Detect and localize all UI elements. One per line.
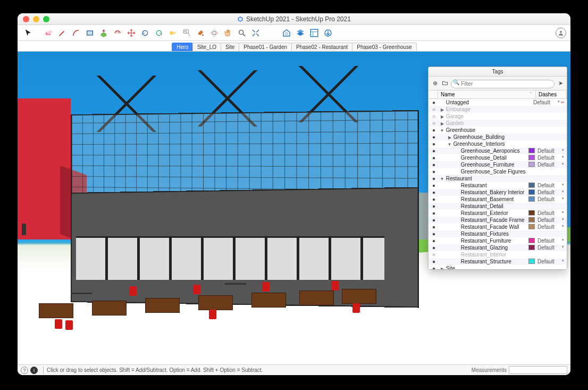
scene-tab-hero[interactable]: Hero	[172, 43, 193, 51]
tag-row[interactable]: ● Greenhouse_DetailDefault▾	[429, 154, 567, 161]
chevron-icon[interactable]: ▼	[440, 177, 444, 181]
chevron-icon[interactable]: ▶	[440, 121, 444, 126]
color-swatch[interactable]	[528, 155, 535, 160]
tag-row[interactable]: ○▶ Garage	[429, 113, 567, 120]
dashes-cell[interactable]: Default▾	[536, 148, 565, 154]
dashes-cell[interactable]: Default▾	[536, 238, 565, 244]
tag-row[interactable]: ○▶ Garden	[429, 120, 567, 127]
scene-tab-phase03-greenhouse[interactable]: Phase03 - Greenhouse	[352, 43, 416, 51]
chevron-icon[interactable]: ▶	[440, 267, 444, 269]
dashes-cell[interactable]: Default▾	[536, 210, 565, 216]
scene-tab-phase01-garden[interactable]: Phase01 - Garden	[239, 43, 292, 51]
offset-tool[interactable]	[111, 27, 124, 39]
visibility-toggle[interactable]: ●	[430, 259, 438, 264]
scene-tab-phase02-restaurant[interactable]: Phase02 - Restaurant	[291, 43, 352, 51]
color-swatch[interactable]	[528, 217, 535, 222]
pencil-tool[interactable]	[56, 27, 69, 39]
tag-row[interactable]: ● Greenhouse_Scale Figures	[429, 168, 567, 175]
orbit-tool[interactable]	[208, 27, 221, 39]
warehouse-icon[interactable]	[280, 27, 293, 39]
visibility-toggle[interactable]: ●	[430, 210, 438, 216]
color-swatch[interactable]	[528, 224, 535, 229]
dashes-cell[interactable]: Default▾	[536, 155, 565, 161]
color-swatch[interactable]	[528, 210, 535, 215]
tag-row[interactable]: ● Restaurant_StructureDefault▾	[429, 258, 567, 265]
tag-row[interactable]: ● RestaurantDefault▾	[429, 182, 567, 189]
visibility-toggle[interactable]: ●	[430, 224, 438, 230]
tag-row[interactable]: ● Restaurant_FurnitureDefault▾	[429, 237, 567, 244]
visibility-toggle[interactable]: ●	[430, 182, 438, 188]
visibility-toggle[interactable]: ●	[430, 169, 438, 175]
tag-row[interactable]: ● Restaurant_Fixtures	[429, 230, 567, 237]
tag-row[interactable]: ● Greenhouse_FurnitureDefault▾	[429, 161, 567, 168]
paint-bucket-tool[interactable]	[194, 27, 207, 39]
color-swatch[interactable]	[528, 245, 535, 250]
visibility-toggle[interactable]: ○	[430, 252, 438, 258]
text-tool[interactable]: A1	[180, 27, 193, 39]
rectangle-tool[interactable]	[83, 27, 96, 39]
scale-tool[interactable]	[153, 27, 165, 39]
zoom-tool[interactable]	[236, 27, 248, 39]
maximize-icon[interactable]	[43, 16, 49, 22]
scene-tab-site-lo[interactable]: Site_LO	[192, 43, 221, 51]
color-swatch[interactable]	[528, 189, 535, 195]
visibility-toggle[interactable]: ○	[430, 113, 438, 119]
dashes-cell[interactable]: Default▾	[536, 224, 565, 230]
tag-row[interactable]: ●▼ Greenhouse_Interiors	[429, 140, 567, 147]
chevron-icon[interactable]: ▼	[447, 142, 452, 147]
move-tool[interactable]	[125, 27, 138, 39]
info-icon[interactable]: i	[30, 367, 38, 374]
visibility-toggle[interactable]: ○	[430, 120, 438, 126]
visibility-toggle[interactable]: ●	[430, 217, 438, 223]
layout-icon[interactable]	[308, 27, 321, 39]
visibility-toggle[interactable]: ●	[430, 162, 438, 168]
dashes-cell[interactable]: Default▾	[536, 196, 565, 202]
tag-row[interactable]: ● Restaurant_ExteriorDefault▾	[429, 210, 567, 217]
tag-row[interactable]: ●▼ Greenhouse	[429, 127, 567, 134]
visibility-toggle[interactable]: ○	[430, 106, 438, 112]
tag-row[interactable]: ● Restaurant_BasementDefault▾	[429, 196, 567, 203]
visibility-toggle[interactable]: ●	[430, 148, 438, 154]
visibility-toggle[interactable]: ●	[430, 127, 438, 133]
push-pull-tool[interactable]	[97, 27, 110, 39]
color-swatch[interactable]	[528, 162, 535, 167]
chevron-icon[interactable]: ▼	[440, 128, 444, 133]
eraser-tool[interactable]	[42, 27, 55, 39]
color-swatch[interactable]	[528, 148, 535, 153]
color-swatch[interactable]	[528, 238, 535, 243]
tag-row[interactable]: ● Restaurant_Facade WallDefault▾	[429, 223, 567, 230]
color-swatch[interactable]	[528, 259, 535, 264]
visibility-toggle[interactable]: ●	[430, 265, 438, 269]
measurements-field[interactable]	[509, 366, 567, 374]
filter-input[interactable]	[451, 80, 555, 88]
pan-tool[interactable]	[222, 27, 234, 39]
tag-row[interactable]: ●▶ Greenhouse_Building	[429, 134, 567, 140]
tag-row[interactable]: ● Restaurant_Detail	[429, 203, 567, 210]
tag-row[interactable]: ● Restaurant_Facade FrameDefault▾	[429, 217, 567, 223]
visibility-toggle[interactable]: ●	[430, 203, 438, 209]
tags-panel[interactable]: Tags ⊕ 🔍 ➤ Name⌃ Dashes ● UntaggedDefaul…	[428, 67, 567, 270]
column-name[interactable]: Name	[441, 92, 455, 97]
column-dashes[interactable]: Dashes	[536, 90, 567, 98]
select-tool[interactable]	[22, 27, 35, 39]
tags-menu-button[interactable]: ➤	[556, 79, 565, 87]
export-icon[interactable]	[322, 27, 334, 39]
visibility-toggle[interactable]: ●	[430, 189, 438, 195]
tag-row[interactable]: ● Greenhouse_AeroponicsDefault▾	[429, 147, 567, 154]
visibility-toggle[interactable]: ●	[430, 134, 438, 140]
visibility-toggle[interactable]: ●	[430, 99, 438, 105]
chevron-icon[interactable]: ▶	[440, 114, 444, 119]
chevron-icon[interactable]: ▶	[440, 107, 444, 112]
tag-row[interactable]: ●▶ Site	[429, 265, 567, 269]
dashes-cell[interactable]: Default▾	[536, 189, 565, 195]
tape-measure-tool[interactable]	[166, 27, 179, 39]
help-icon[interactable]: ?	[21, 367, 28, 374]
scene-tab-site[interactable]: Site	[221, 43, 239, 51]
dashes-cell[interactable]: Default▾	[536, 182, 565, 188]
visibility-toggle[interactable]: ●	[430, 238, 438, 244]
color-swatch[interactable]	[528, 182, 535, 188]
color-swatch[interactable]	[528, 196, 535, 202]
arc-tool[interactable]	[70, 27, 82, 39]
dashes-cell[interactable]: Default▾	[536, 245, 565, 251]
visibility-toggle[interactable]: ●	[430, 245, 438, 251]
